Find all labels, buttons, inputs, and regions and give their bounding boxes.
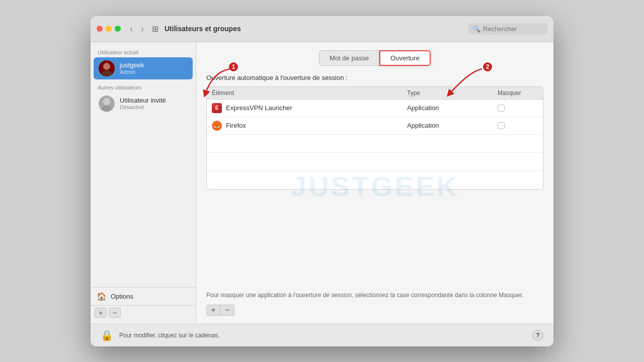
bottom-bar: 🔒 Pour modifier, cliquez sur le cadenas.… <box>91 324 553 346</box>
close-button[interactable] <box>97 26 103 32</box>
search-input[interactable] <box>483 25 543 33</box>
table-row: 🦊 Firefox Application <box>207 117 543 135</box>
forward-button[interactable]: › <box>139 23 146 34</box>
tab-bar: Mot de passe Ouverture <box>206 50 543 66</box>
app-name-firefox: Firefox <box>226 122 246 129</box>
options-button[interactable]: 🏠 Options <box>91 287 196 305</box>
back-button[interactable]: ‹ <box>128 23 135 34</box>
search-box[interactable]: 🔍 <box>468 23 547 35</box>
type-cell-firefox: Application <box>407 122 498 129</box>
hint-text: Pour masquer une application à l'ouvertu… <box>206 291 543 300</box>
titlebar: ‹ › ⊞ Utilisateurs et groupes 🔍 <box>91 16 553 42</box>
help-button[interactable]: ? <box>532 330 543 341</box>
col-masquer-header: Masquer <box>498 89 538 97</box>
app-name-expressvpn: ExpressVPN Launcher <box>226 104 292 112</box>
sidebar: Utilisateur actuel justgeek Admin <box>91 42 196 324</box>
section-title: Ouverture automatique à l'ouverture de s… <box>206 74 543 81</box>
tab-ouverture[interactable]: Ouverture <box>379 50 431 66</box>
app-cell-expressvpn: E ExpressVPN Launcher <box>212 103 407 113</box>
avatar <box>99 60 115 76</box>
user-info: justgeek Admin <box>120 61 188 75</box>
current-user-item[interactable]: justgeek Admin <box>94 57 193 79</box>
content-area: Utilisateur actuel justgeek Admin <box>91 42 553 324</box>
table-row-empty <box>207 153 543 171</box>
checkbox-cell-expressvpn <box>498 105 538 112</box>
tab-password[interactable]: Mot de passe <box>319 50 379 66</box>
guest-user-info: Utilisateur invité Désactivé <box>120 97 188 110</box>
options-label: Options <box>111 293 133 300</box>
user-role: Admin <box>120 69 188 75</box>
traffic-lights <box>97 26 121 32</box>
login-items-table: Élément Type Masquer E ExpressVPN Launch… <box>206 86 543 190</box>
table-header: Élément Type Masquer <box>207 87 543 100</box>
lock-text: Pour modifier, cliquez sur le cadenas. <box>119 332 526 339</box>
col-type-header: Type <box>407 89 498 97</box>
window-title: Utilisateurs et groupes <box>165 25 464 33</box>
add-item-button[interactable]: + <box>206 305 220 316</box>
guest-avatar <box>99 96 115 112</box>
grid-icon: ⊞ <box>152 24 158 34</box>
checkbox-expressvpn[interactable] <box>498 105 505 112</box>
user-name: justgeek <box>120 61 188 69</box>
add-user-button[interactable]: + <box>95 308 107 318</box>
guest-user-role: Désactivé <box>120 104 188 110</box>
minimize-button[interactable] <box>106 26 112 32</box>
svg-point-1 <box>103 63 110 70</box>
expressvpn-icon: E <box>212 103 222 113</box>
search-icon: 🔍 <box>472 25 480 33</box>
lock-icon: 🔒 <box>101 329 113 341</box>
firefox-icon: 🦊 <box>212 121 222 131</box>
table-controls: + − <box>206 305 543 316</box>
type-cell-expressvpn: Application <box>407 104 498 112</box>
checkbox-firefox[interactable] <box>498 122 505 129</box>
maximize-button[interactable] <box>115 26 121 32</box>
sidebar-controls: + − <box>91 305 196 320</box>
remove-item-button[interactable]: − <box>220 305 234 316</box>
app-cell-firefox: 🦊 Firefox <box>212 121 407 131</box>
svg-point-4 <box>103 98 110 105</box>
guest-user-name: Utilisateur invité <box>120 97 188 104</box>
other-users-label: Autres utilisateurs <box>91 79 196 93</box>
table-row-empty <box>207 135 543 153</box>
main-panel: Mot de passe Ouverture Ouverture automat… <box>196 42 553 324</box>
col-element-header: Élément <box>212 89 407 97</box>
house-icon: 🏠 <box>97 292 107 301</box>
checkbox-cell-firefox <box>498 122 538 129</box>
table-row: E ExpressVPN Launcher Application <box>207 100 543 117</box>
current-user-label: Utilisateur actuel <box>91 46 196 57</box>
login-items-table-wrapper: JUSTGEEK Élément Type Masquer E ExpressV… <box>206 86 543 286</box>
remove-user-button[interactable]: − <box>109 308 121 318</box>
table-row-empty <box>207 171 543 189</box>
guest-user-item[interactable]: Utilisateur invité Désactivé <box>94 93 193 115</box>
